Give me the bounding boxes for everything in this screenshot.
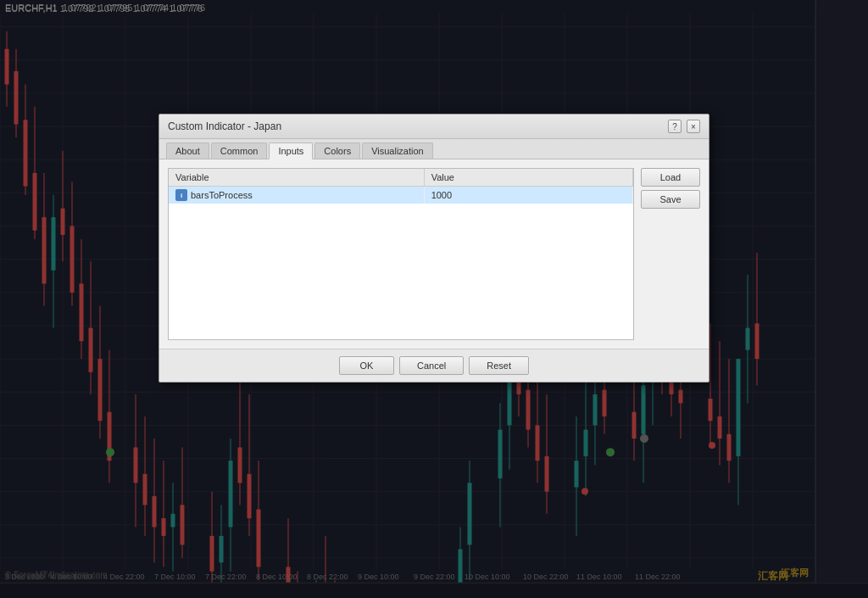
value-cell: 1000 — [424, 187, 632, 204]
dialog-titlebar: Custom Indicator - Japan ? × — [159, 115, 709, 139]
dialog-title: Custom Indicator - Japan — [168, 120, 281, 132]
inputs-table-body: i barsToProcess 1000 — [169, 187, 633, 204]
tab-about[interactable]: About — [166, 143, 209, 159]
reset-button[interactable]: Reset — [469, 356, 529, 375]
dialog: Custom Indicator - Japan ? × About Commo… — [159, 114, 709, 383]
dialog-help-button[interactable]: ? — [668, 120, 682, 133]
tab-inputs[interactable]: Inputs — [269, 143, 313, 159]
dialog-close-button[interactable]: × — [687, 120, 700, 133]
inputs-table: Variable Value — [169, 169, 633, 187]
dialog-content-area: Variable Value i — [168, 168, 700, 340]
dialog-controls: ? × — [668, 120, 700, 133]
table-body: i barsToProcess 1000 — [169, 187, 633, 339]
ok-button[interactable]: OK — [339, 356, 394, 375]
tab-common[interactable]: Common — [211, 143, 268, 159]
tab-colors[interactable]: Colors — [314, 143, 360, 159]
dialog-body: Variable Value i — [159, 159, 709, 349]
dialog-footer: OK Cancel Reset — [159, 349, 709, 382]
save-button[interactable]: Save — [641, 190, 700, 209]
tab-visualization[interactable]: Visualization — [362, 143, 433, 159]
variable-name: barsToProcess — [191, 190, 253, 200]
variable-cell: i barsToProcess — [169, 187, 424, 204]
modal-overlay: Custom Indicator - Japan ? × About Commo… — [0, 0, 868, 598]
side-buttons: Load Save — [641, 168, 700, 340]
col-variable: Variable — [169, 169, 424, 187]
var-icon: i — [175, 189, 187, 201]
col-value: Value — [424, 169, 632, 187]
load-button[interactable]: Load — [641, 168, 700, 187]
table-row[interactable]: i barsToProcess 1000 — [169, 187, 633, 204]
dialog-tabs: About Common Inputs Colors Visualization — [159, 139, 709, 159]
inputs-table-container: Variable Value i — [168, 168, 634, 340]
cancel-button[interactable]: Cancel — [399, 356, 464, 375]
